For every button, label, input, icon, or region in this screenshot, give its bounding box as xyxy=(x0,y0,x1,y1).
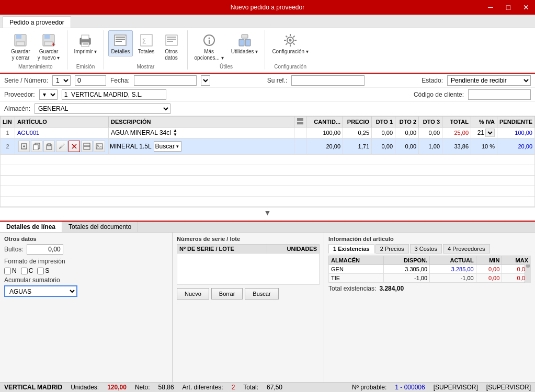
paste-icon[interactable] xyxy=(43,141,55,152)
checkbox-n: N xyxy=(4,267,17,274)
bultos-input[interactable] xyxy=(27,244,63,255)
search-dropdown-icon[interactable]: ▾ xyxy=(175,144,180,149)
panel-left: Otros datos Bultos: Formato de impresión… xyxy=(0,233,173,382)
col-articulo: ARTÍCULO xyxy=(15,117,109,128)
svg-rect-53 xyxy=(84,146,90,149)
table-row-empty xyxy=(1,186,535,197)
total-value: 67,50 xyxy=(267,384,282,391)
buscar-serie-button[interactable]: Buscar xyxy=(245,288,278,299)
svg-rect-23 xyxy=(167,41,173,42)
cell-min-gen: 0,00 xyxy=(476,265,502,274)
form-row-serie: Serie / Número: 1 Fecha: ▾ Su ref.: Esta… xyxy=(0,74,535,88)
panel-right: Información del artículo 1 Existencias 2… xyxy=(324,233,535,382)
cell-dispon-tie: -1,00 xyxy=(383,274,430,283)
svg-rect-48 xyxy=(48,144,51,146)
main-content: Serie / Número: 1 Fecha: ▾ Su ref.: Esta… xyxy=(0,74,535,382)
print-button[interactable]: Imprimir ▾ xyxy=(72,30,100,56)
acumular-section: Acumular sumatorio AGUAS xyxy=(4,276,168,297)
svg-rect-28 xyxy=(239,39,244,46)
proveedor-input[interactable] xyxy=(62,89,166,100)
totals-button[interactable]: Σ Totales xyxy=(135,30,158,56)
su-ref-input[interactable] xyxy=(291,75,365,86)
cod-cliente-input[interactable] xyxy=(468,89,531,100)
tab-totales-documento[interactable]: Totales del documento xyxy=(62,222,138,232)
fecha-input[interactable] xyxy=(134,75,197,86)
unidades-label: Unidades: xyxy=(71,384,99,391)
cell-dto1-2: 0,00 xyxy=(372,139,395,155)
mostrar-label: Mostrar xyxy=(137,64,155,70)
edit-icon[interactable] xyxy=(56,141,67,152)
bultos-label: Bultos: xyxy=(4,246,24,253)
fecha-picker[interactable]: ▾ xyxy=(201,75,210,86)
formato-impresion-section: Formato de impresión N C S xyxy=(4,258,168,274)
table-row[interactable]: 2 xyxy=(1,139,535,155)
svg-rect-7 xyxy=(45,42,52,45)
cod-cliente-label: Código de cliente: xyxy=(414,91,464,98)
minimize-button[interactable]: ─ xyxy=(482,0,499,15)
cell-dispon-gen: 3.305,00 xyxy=(383,265,430,274)
status-bar: VERTICAL MADRID Unidades: 120,00 Neto: 5… xyxy=(0,382,535,392)
tab-existencias[interactable]: 1 Existencias xyxy=(328,244,374,253)
svg-rect-3 xyxy=(17,42,24,45)
cell-min-tie: 0,00 xyxy=(476,274,502,283)
art-table: ALMACÉN DISPON. ACTUAL MIN MAX GEN 3.305… xyxy=(328,256,531,283)
cell-articulo: AGU001 xyxy=(15,128,109,139)
fecha-label: Fecha: xyxy=(110,77,130,84)
borrar-button[interactable]: Borrar xyxy=(211,288,243,299)
utilities-button[interactable]: Utilidades ▾ xyxy=(229,30,261,56)
tab-precios[interactable]: 2 Precios xyxy=(375,244,409,253)
more-options-label: Másopciones... ▾ xyxy=(195,49,224,61)
svg-rect-13 xyxy=(83,44,88,45)
col-actual: ACTUAL xyxy=(430,256,476,265)
numero-input[interactable] xyxy=(75,75,106,86)
tab-costos[interactable]: 3 Costos xyxy=(410,244,442,253)
cell-dto1: 0,00 xyxy=(372,128,395,139)
svg-rect-16 xyxy=(116,39,125,40)
cell-actual-tie: -1,00 xyxy=(430,274,476,283)
expand-grid-arrow[interactable]: ▼ xyxy=(0,207,535,218)
config-button[interactable]: Configuración ▾ xyxy=(269,30,311,56)
check-c[interactable] xyxy=(21,268,28,274)
acumular-select[interactable]: AGUAS xyxy=(4,285,77,297)
close-button[interactable]: ✕ xyxy=(517,0,535,15)
save-new-button[interactable]: + Guardary nuevo ▾ xyxy=(35,30,63,63)
almacen-select[interactable]: GENERAL xyxy=(35,103,170,114)
cell-dto2-2: 0,00 xyxy=(395,139,419,155)
table-row[interactable]: 1 AGU001 AGUA MINERAL 34cl ▲ ▼ 100,00 xyxy=(1,128,535,139)
ribbon-group-utiles: Másopciones... ▾ Utilidades ▾ Útiles xyxy=(188,30,266,70)
image-icon[interactable] xyxy=(94,141,105,152)
svg-line-37 xyxy=(293,43,295,45)
n-probable-label: Nº probable: xyxy=(352,384,386,391)
cell-dto3: 0,00 xyxy=(419,128,442,139)
serie-select[interactable]: 1 xyxy=(52,75,71,86)
nuevo-button[interactable]: Nuevo xyxy=(177,288,209,299)
save-close-label: Guardary cerrar xyxy=(11,49,30,61)
col-lin: LIN xyxy=(1,117,15,128)
tab-proveedores[interactable]: 4 Proveedores xyxy=(443,244,490,253)
utilities-icon xyxy=(236,32,253,49)
status-right: Nº probable: 1 - 000006 [SUPERVISOR] [SU… xyxy=(352,384,531,391)
svg-rect-10 xyxy=(82,35,89,39)
table-icon[interactable] xyxy=(81,141,93,152)
col-cantidad: CANTID... xyxy=(306,117,343,128)
serie-table: Nº DE SERIE / LOTE UNIDADES xyxy=(177,244,320,285)
tab-detalles-linea[interactable]: Detalles de línea xyxy=(0,222,62,232)
maximize-button[interactable]: □ xyxy=(499,0,517,15)
copy-icon[interactable] xyxy=(31,141,42,152)
check-s[interactable] xyxy=(37,268,44,274)
delete-icon[interactable] xyxy=(69,141,80,152)
new-icon[interactable] xyxy=(18,141,30,152)
other-data-button[interactable]: Otrosdatos xyxy=(160,30,183,63)
save-close-button[interactable]: Guardary cerrar xyxy=(8,30,33,63)
check-n[interactable] xyxy=(4,268,11,274)
iva-select[interactable]: ▾ xyxy=(485,129,495,137)
cell-icon2 xyxy=(294,139,306,155)
svg-rect-15 xyxy=(116,37,125,38)
estado-select[interactable]: Pendiente de recibir xyxy=(447,75,531,86)
svg-rect-22 xyxy=(167,39,176,40)
proveedor-select[interactable]: ▾ xyxy=(39,89,58,100)
details-button[interactable]: Detalles xyxy=(108,30,132,56)
more-options-button[interactable]: Másopciones... ▾ xyxy=(192,30,226,63)
main-tab[interactable]: Pedido a proveedor xyxy=(3,16,71,28)
checkbox-row: N C S xyxy=(4,267,168,274)
